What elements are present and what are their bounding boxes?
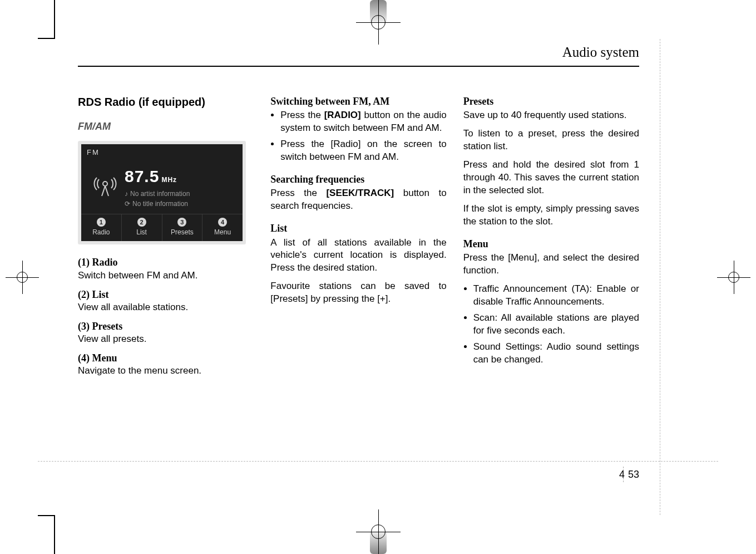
bullet-radio-button: Press the [RADIO] button on the audio sy…	[280, 109, 446, 135]
callout-1-label: (1) Radio	[78, 256, 254, 269]
crop-mark	[38, 515, 55, 516]
para-list-1: A list of all stations available in the …	[270, 237, 446, 275]
radio-tab-radio: 1 Radio	[81, 214, 122, 241]
antenna-icon	[86, 174, 125, 199]
para-menu-intro: Press the [Menu], and select the desired…	[463, 252, 639, 277]
para-presets-2: To listen to a preset, press the desired…	[463, 128, 639, 153]
para-list-2: Favourite stations can be saved to [Pres…	[270, 280, 446, 306]
registration-mark-top	[356, 0, 401, 45]
heading-menu: Menu	[463, 237, 639, 251]
radio-artist-line: ♪No artist information	[125, 189, 238, 198]
heading-list: List	[270, 222, 446, 235]
callout-2-label: (2) List	[78, 288, 254, 301]
running-header: Audio system	[78, 45, 639, 60]
radio-screen-figure: FM	[78, 141, 246, 244]
para-searching: Press the [SEEK/TRACK] button to search …	[270, 187, 446, 213]
crop-mark	[54, 515, 55, 554]
subheading-fm-am: FM/AM	[78, 120, 254, 133]
crop-mark	[54, 0, 55, 39]
bullet-sound: Sound Settings: Audio sound settings can…	[473, 341, 639, 366]
heading-searching: Searching frequencies	[270, 173, 446, 186]
radio-tab-list: 2 List	[122, 214, 162, 241]
registration-mark-bottom	[356, 509, 401, 554]
header-rule	[78, 66, 639, 67]
heading-presets: Presets	[463, 95, 639, 108]
binding-guide	[660, 39, 661, 515]
callout-3-desc: View all presets.	[78, 333, 254, 346]
radio-title-line: ⟳No title information	[125, 199, 238, 208]
callout-2-desc: View all available stations.	[78, 301, 254, 314]
para-presets-1: Save up to 40 frequently used stations.	[463, 109, 639, 122]
radio-tab-menu: 4 Menu	[202, 214, 243, 241]
svg-point-0	[103, 182, 107, 186]
radio-frequency: 87.5MHz	[125, 165, 238, 188]
registration-mark-left	[6, 261, 39, 294]
cut-guide	[38, 461, 718, 462]
para-presets-4: If the slot is empty, simply pressing sa…	[463, 203, 639, 228]
heading-switching: Switching between FM, AM	[270, 95, 446, 108]
radio-band-label: FM	[81, 144, 243, 160]
bullet-radio-onscreen: Press the [Radio] on the screen to switc…	[280, 138, 446, 164]
radio-tab-presets: 3 Presets	[162, 214, 203, 241]
callout-4-desc: Navigate to the menu screen.	[78, 365, 254, 377]
para-presets-3: Press and hold the desired slot from 1 t…	[463, 159, 639, 197]
registration-mark-right	[717, 261, 750, 294]
callout-4-label: (4) Menu	[78, 351, 254, 365]
bullet-scan: Scan: All available stations are played …	[473, 312, 639, 337]
section-title: RDS Radio (if equipped)	[78, 95, 254, 110]
callout-1-desc: Switch between FM and AM.	[78, 269, 254, 282]
callout-3-label: (3) Presets	[78, 320, 254, 333]
crop-mark	[38, 38, 55, 39]
page-number: 453	[619, 469, 639, 481]
bullet-ta: Traffic Announcement (TA): Enable or dis…	[473, 283, 639, 308]
